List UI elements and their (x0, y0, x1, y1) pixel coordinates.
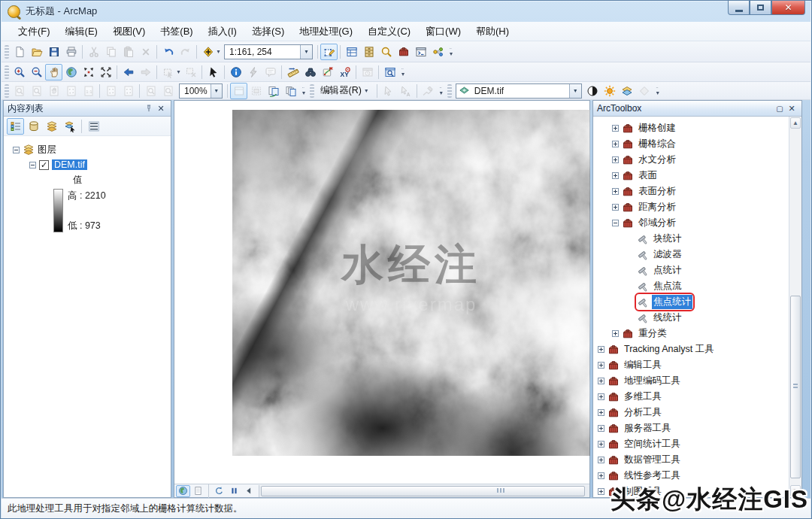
menu-item-6[interactable]: 地理处理(G) (292, 22, 360, 41)
menu-item-9[interactable]: 帮助(H) (468, 22, 517, 41)
arctoolbox-tree-item[interactable]: 空间统计工具 (593, 436, 789, 452)
delete-button[interactable] (137, 44, 154, 60)
add-data-button-dropdown-arrow[interactable]: ▾ (215, 48, 222, 55)
full-extent-button[interactable] (62, 64, 80, 80)
data-view-button[interactable] (176, 485, 190, 497)
toolbar-overflow-button[interactable]: ¨▾ (447, 44, 456, 60)
pause-drawing-button[interactable] (227, 485, 241, 497)
float-icon[interactable]: ▢ (774, 103, 786, 114)
flicker-button[interactable] (636, 83, 653, 99)
scale-combo-dropdown-arrow[interactable]: ▾ (300, 45, 312, 59)
brightness-button[interactable] (601, 83, 619, 99)
menu-item-2[interactable]: 视图(V) (105, 22, 153, 41)
find-button[interactable] (301, 64, 319, 80)
data-driven-pages-button[interactable] (282, 83, 299, 99)
arctoolbox-tree-item[interactable]: 滤波器 (593, 247, 789, 263)
go-forward-extent-button[interactable] (137, 64, 154, 80)
arctoolbox-tree-item[interactable]: 距离分析 (593, 199, 789, 215)
list-by-source-button[interactable] (25, 118, 42, 135)
arctoolbox-tree-item[interactable]: 重分类 (593, 326, 789, 341)
viewer-window-button[interactable] (381, 64, 398, 80)
add-data-button[interactable] (199, 44, 217, 60)
arctoolbox-tree-item[interactable]: Tracking Analyst 工具 (593, 341, 789, 357)
paste-button[interactable] (120, 44, 137, 60)
find-route-button[interactable] (319, 64, 336, 80)
arctoolbox-tree-item[interactable]: 栅格创建 (593, 120, 789, 136)
menu-item-8[interactable]: 窗口(W) (418, 22, 468, 41)
measure-button[interactable] (284, 64, 301, 80)
arctoolbox-tree-item[interactable]: 表面分析 (593, 184, 789, 199)
toolbar-overflow-button[interactable]: ¨▾ (398, 64, 408, 80)
layout-go-back-button[interactable] (142, 83, 159, 99)
maximize-button[interactable] (750, 1, 771, 15)
expand-icon[interactable] (598, 457, 604, 463)
expand-icon[interactable] (598, 393, 604, 400)
hyperlink-button[interactable] (244, 64, 262, 80)
layout-zoom-combo-dropdown-arrow[interactable]: ▾ (211, 84, 222, 98)
print-button[interactable] (62, 44, 80, 60)
collapse-icon[interactable] (612, 220, 619, 226)
select-features-button-dropdown-arrow[interactable]: ▾ (175, 68, 182, 75)
menu-item-5[interactable]: 选择(S) (244, 22, 292, 41)
arctoolbox-tree-item[interactable]: 数据管理工具 (593, 452, 789, 468)
layout-zoom-100-button[interactable]: 1:1 (80, 83, 97, 99)
go-to-xy-button[interactable]: XY (336, 64, 353, 80)
layout-go-forward-button[interactable] (159, 83, 177, 99)
toolbar-overflow-button[interactable]: ¨▾ (437, 83, 446, 99)
zoom-out-button[interactable] (28, 64, 45, 80)
change-layout-button[interactable] (265, 83, 282, 99)
identify-button[interactable] (227, 64, 244, 80)
clear-selection-button[interactable] (182, 64, 199, 80)
pin-icon[interactable] (143, 103, 155, 114)
layers-group-row[interactable]: 图层 (4, 142, 171, 157)
layout-zoom-combo[interactable]: 100%▾ (179, 83, 223, 99)
modelbuilder-button[interactable] (429, 44, 447, 60)
arctoolbox-tree-item[interactable]: 编辑工具 (593, 357, 789, 373)
toolbar-grip[interactable] (310, 84, 314, 98)
go-back-extent-button[interactable] (120, 64, 137, 80)
open-button[interactable] (28, 44, 45, 60)
expand-icon[interactable] (598, 362, 604, 369)
undo-button[interactable] (159, 44, 177, 60)
menu-item-7[interactable]: 自定义(C) (360, 22, 418, 41)
horizontal-scrollbar[interactable] (259, 485, 589, 497)
expand-icon[interactable] (612, 156, 619, 163)
fixed-zoom-out-button[interactable] (97, 64, 114, 80)
arctoolbox-tree-item[interactable]: 邻域分析 (593, 215, 789, 231)
arctoolbox-tree-item[interactable]: 点统计 (593, 263, 789, 278)
expand-icon[interactable] (598, 409, 604, 416)
expand-icon[interactable] (598, 472, 604, 479)
toggle-draft-mode-button[interactable] (230, 83, 247, 99)
html-popup-button[interactable] (262, 64, 279, 80)
toolbar-overflow-button[interactable]: ¨▾ (653, 83, 662, 99)
title-bar[interactable]: 无标题 - ArcMap ✕ (1, 1, 811, 22)
scroll-up-arrow[interactable]: ▲ (790, 117, 801, 129)
effects-layer-combo[interactable]: DEM.tif▾ (456, 83, 582, 99)
arctoolbox-scrollbar[interactable]: ▲ ▼ (789, 117, 801, 497)
collapse-icon[interactable] (29, 162, 36, 168)
layout-zoom-in-button[interactable] (11, 83, 28, 99)
create-features-button[interactable] (420, 83, 437, 99)
python-window-button[interactable] (412, 44, 429, 60)
focus-data-frame-button[interactable] (247, 83, 265, 99)
arctoolbox-tree-item[interactable]: 分析工具 (593, 405, 789, 420)
layout-fixed-zoom-in-button[interactable] (102, 83, 120, 99)
layout-view-button[interactable] (191, 485, 205, 497)
arctoolbox-tree-item[interactable]: 栅格综合 (593, 136, 789, 152)
arctoolbox-tree-item[interactable]: 块统计 (593, 231, 789, 247)
expand-icon[interactable] (612, 204, 619, 211)
menu-item-0[interactable]: 文件(F) (11, 22, 58, 41)
layout-zoom-whole-page-button[interactable] (62, 83, 80, 99)
redo-button[interactable] (177, 44, 194, 60)
search-window-button[interactable] (377, 44, 395, 60)
arctoolbox-tree-item[interactable]: 焦点流 (593, 278, 789, 294)
scroll-left-button[interactable] (242, 485, 256, 497)
expand-icon[interactable] (612, 125, 619, 132)
table-of-contents-button[interactable] (343, 44, 360, 60)
arctoolbox-tree-item[interactable]: 表面 (593, 168, 789, 184)
list-by-visibility-button[interactable] (43, 118, 60, 135)
arctoolbox-tree-item[interactable]: 服务器工具 (593, 420, 789, 436)
expand-icon[interactable] (612, 172, 619, 179)
toolbar-grip[interactable] (5, 65, 9, 79)
new-document-button[interactable] (11, 44, 28, 60)
